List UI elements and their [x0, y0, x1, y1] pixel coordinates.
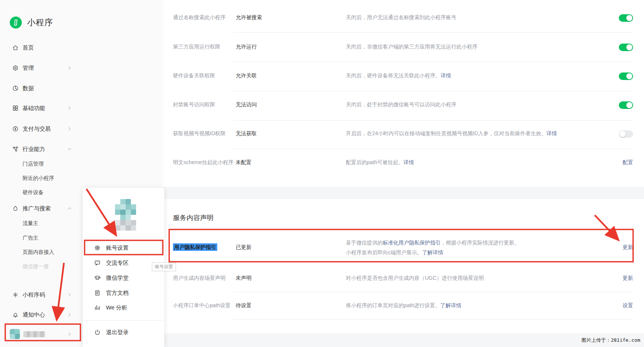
sidebar-item-notification-center[interactable]: 通知中心: [0, 310, 83, 319]
row-label: 用户生成内容场景声明: [173, 275, 226, 282]
row-value: 允许运行: [236, 44, 257, 50]
bell-icon: [12, 311, 19, 318]
row-label: 明文scheme拉起此小程序: [173, 159, 233, 166]
asterisk-code-icon: [12, 291, 19, 298]
toggle-third-party[interactable]: [619, 44, 633, 51]
settings-content: 通过名称搜索此小程序 允许被搜索 关闭后，用户无法通过名称搜索到此小程序账号 第…: [163, 0, 644, 347]
chevron-right-icon: [66, 105, 73, 112]
pay-yuan-icon: [12, 125, 19, 132]
details-link[interactable]: 详情: [547, 130, 557, 136]
setting-row-video-id: 获取视频号视频ID权限 无法获取 开启后，在24小时内可以在移动端复制任意视频号…: [163, 130, 644, 138]
row-value: 待设置: [236, 302, 252, 309]
grid-icon: [12, 105, 19, 112]
row-value: 已更新: [236, 244, 252, 251]
sidebar-item-store-manage[interactable]: 门店管理: [0, 160, 83, 169]
update-ugc-button[interactable]: 更新: [623, 275, 633, 282]
manage-icon: [12, 65, 19, 71]
row-value: 无法获取: [236, 130, 257, 137]
configure-button[interactable]: 配置: [623, 159, 633, 166]
row-label-selected[interactable]: 用户隐私保护指引: [173, 244, 217, 251]
sidebar-item-traffic[interactable]: 流量主: [0, 219, 83, 228]
menu-item-wechat-school[interactable]: 微信学堂: [83, 270, 164, 285]
setting-row-third-party: 第三方应用运行权限 允许运行 关闭后，非微信客户端的第三方应用将无法运行此小程序: [163, 44, 644, 51]
row-label: 通过名称搜索此小程序: [173, 14, 226, 21]
row-desc-line1: 基于微信提供的标准化用户隐私保护指引，根据小程序实际情况进行更新。: [346, 240, 520, 246]
toggle-search-by-name[interactable]: [619, 14, 633, 22]
home-icon: [12, 44, 19, 51]
row-divider: [233, 319, 633, 320]
update-privacy-button[interactable]: 更新: [623, 244, 633, 251]
row-divider: [233, 149, 633, 149]
sidebar-item-industry[interactable]: 行业能力: [0, 145, 83, 154]
toggle-hardware-link[interactable]: [619, 72, 633, 80]
sidebar-item-basic-features[interactable]: 基础功能: [0, 104, 83, 113]
section-title: 服务内容声明: [173, 213, 214, 222]
row-value: 未声明: [236, 275, 252, 282]
row-label: 封禁账号访问权限: [173, 101, 215, 108]
user-avatar: [10, 329, 20, 339]
privacy-template-link[interactable]: 标准化用户隐私保护指引: [383, 240, 441, 246]
sidebar-item-data[interactable]: 数据: [0, 84, 83, 93]
menu-item-official-docs[interactable]: 官方文档: [83, 285, 164, 300]
sidebar-item-promotion[interactable]: 推广与搜索: [0, 204, 83, 213]
bottom-band: [163, 333, 644, 347]
row-label: 第三方应用运行权限: [173, 44, 220, 50]
document-icon: [94, 290, 101, 296]
sidebar-item-hardware[interactable]: 硬件设备: [0, 188, 83, 197]
chevron-right-icon: [66, 311, 73, 318]
sidebar-user-account[interactable]: [0, 328, 83, 341]
chevron-up-icon: [66, 205, 73, 212]
toggle-knob: [626, 44, 632, 50]
sidebar-item-manage[interactable]: 管理: [0, 63, 83, 72]
toggle-knob: [626, 15, 632, 21]
chevron-right-icon: [66, 65, 73, 71]
row-desc: 配置后的path可被拉起。详情: [346, 159, 414, 166]
row-desc: 关闭后，非微信客户端的第三方应用将无法运行此小程序: [346, 44, 477, 50]
toggle-banned-access[interactable]: [619, 101, 633, 109]
row-value: 无法访问: [236, 101, 257, 108]
toggle-knob: [620, 131, 626, 137]
flame-icon: [12, 205, 19, 212]
row-desc-line2: 小程序发布后即向c端用户展示。了解详情: [346, 249, 443, 256]
setting-row-search-by-name: 通过名称搜索此小程序 允许被搜索 关闭后，用户无法通过名称搜索到此小程序账号: [163, 14, 644, 22]
set-path-button[interactable]: 设置: [623, 302, 633, 309]
chevron-up-icon: [66, 146, 73, 152]
gear-icon: [94, 244, 101, 251]
popup-avatar-mosaic: [115, 199, 136, 231]
toggle-video-id[interactable]: [619, 130, 633, 138]
data-pie-icon: [12, 85, 19, 92]
row-label: 小程序订单中心path设置: [173, 302, 230, 309]
sidebar-item-miniprogram-code[interactable]: 小程序码: [0, 290, 83, 299]
row-divider: [233, 62, 633, 62]
sidebar-item-wechat-search[interactable]: 微信搜一搜: [0, 262, 83, 271]
setting-row-ugc: 用户生成内容场景声明 未声明 对小程序是否包含用户生成内容（UGC）进行使用场景…: [163, 275, 644, 282]
graduation-cap-icon: [94, 275, 101, 281]
setting-row-order-path: 小程序订单中心path设置 待设置 将小程序的订单页对应的path进行设置。了解…: [163, 302, 644, 310]
row-label: 硬件设备关联权限: [173, 72, 215, 79]
user-name-blurred: [23, 331, 45, 337]
menu-item-we-analytics[interactable]: We 分析: [83, 300, 164, 315]
app-title: 小程序: [27, 17, 53, 28]
chevron-right-icon: [66, 331, 73, 338]
bar-chart-icon: [94, 304, 101, 311]
app-logo[interactable]: 小程序: [10, 17, 53, 29]
sidebar-item-home[interactable]: 首页: [0, 43, 83, 52]
setting-row-scheme: 明文scheme拉起此小程序 未配置 配置后的path可被拉起。详情 配置: [163, 159, 644, 167]
sidebar-item-advertiser[interactable]: 广告主: [0, 234, 83, 243]
details-link[interactable]: 详情: [403, 159, 414, 165]
row-value: 允许被搜索: [236, 14, 262, 21]
row-desc: 开启后，在24小时内可以在移动端复制任意视频号视频ID入参，仅对当前操作者生效。…: [346, 130, 557, 137]
toggle-knob: [626, 102, 632, 108]
toggle-knob: [626, 73, 632, 79]
menu-item-account-settings[interactable]: 账号设置: [83, 240, 164, 255]
power-icon: [94, 329, 101, 336]
learn-more-link[interactable]: 了解详情: [422, 249, 443, 255]
learn-more-link[interactable]: 了解详情: [440, 302, 461, 308]
menu-item-logout[interactable]: 退出登录: [83, 325, 164, 340]
account-settings-tooltip: 账号设置: [152, 263, 176, 271]
details-link[interactable]: 详情: [441, 72, 451, 78]
watermark: 图片上传于：281ife.com: [582, 337, 640, 344]
sidebar-item-payment[interactable]: 支付与交易: [0, 124, 83, 133]
sidebar-item-nearby[interactable]: 附近的小程序: [0, 174, 83, 183]
sidebar-item-page-content[interactable]: 页面内容接入: [0, 248, 83, 257]
